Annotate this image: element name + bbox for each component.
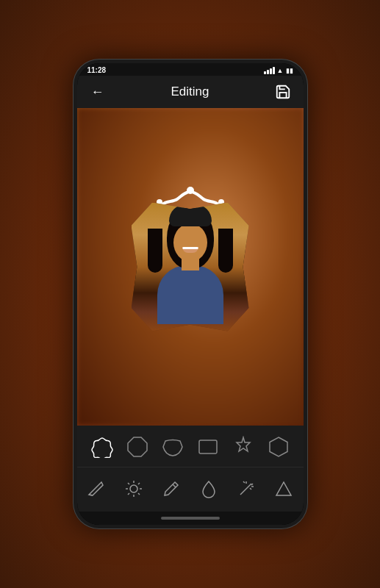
svg-line-19 (128, 493, 129, 495)
svg-point-0 (187, 187, 194, 194)
page-title: Editing (108, 85, 273, 99)
svg-point-12 (130, 485, 137, 492)
frame-container (113, 190, 268, 344)
shape-rectangle[interactable] (194, 433, 222, 461)
svg-line-17 (128, 483, 129, 484)
shape-ornate[interactable] (88, 433, 116, 461)
tool-row (77, 467, 304, 512)
status-icons: ▲ ▮▮ (264, 67, 293, 74)
brush-tool[interactable] (158, 475, 185, 503)
signal-icon (264, 67, 275, 74)
svg-rect-9 (199, 440, 217, 453)
phone-screen: 11:28 ▲ ▮▮ ← Editing (77, 63, 304, 525)
color-tool[interactable] (196, 475, 223, 503)
svg-marker-11 (270, 437, 287, 456)
home-bar (161, 517, 220, 520)
app-bar: ← Editing (77, 76, 304, 108)
shape-octagon[interactable] (123, 433, 151, 461)
shape-selector-row (77, 426, 304, 467)
phone-frame: 11:28 ▲ ▮▮ ← Editing (73, 59, 308, 529)
save-button[interactable] (273, 82, 293, 102)
status-bar: 11:28 ▲ ▮▮ (77, 63, 304, 76)
svg-marker-10 (237, 437, 250, 451)
save-icon (275, 84, 291, 100)
status-time: 11:28 (87, 66, 107, 74)
svg-line-21 (173, 484, 176, 487)
home-indicator (77, 512, 304, 525)
brightness-tool[interactable] (121, 475, 148, 503)
shape-hexagon[interactable] (265, 433, 293, 461)
bottom-toolbar (77, 426, 304, 512)
back-button[interactable]: ← (87, 82, 108, 102)
person-image (132, 203, 249, 331)
svg-line-22 (240, 484, 251, 495)
image-canvas[interactable] (77, 108, 304, 426)
magic-wand-tool[interactable] (233, 475, 260, 503)
profile-photo (132, 203, 249, 331)
battery-icon: ▮▮ (286, 67, 293, 74)
svg-marker-8 (128, 437, 147, 456)
eraser-tool[interactable] (83, 475, 110, 503)
shape-fancy-rect[interactable] (159, 433, 187, 461)
shape-diamond[interactable] (229, 433, 257, 461)
wifi-icon: ▲ (277, 67, 284, 74)
svg-line-18 (138, 493, 140, 495)
triangle-tool[interactable] (270, 475, 298, 503)
svg-line-20 (138, 483, 140, 484)
svg-line-25 (243, 481, 245, 483)
svg-line-27 (250, 488, 251, 490)
svg-marker-28 (276, 482, 291, 495)
